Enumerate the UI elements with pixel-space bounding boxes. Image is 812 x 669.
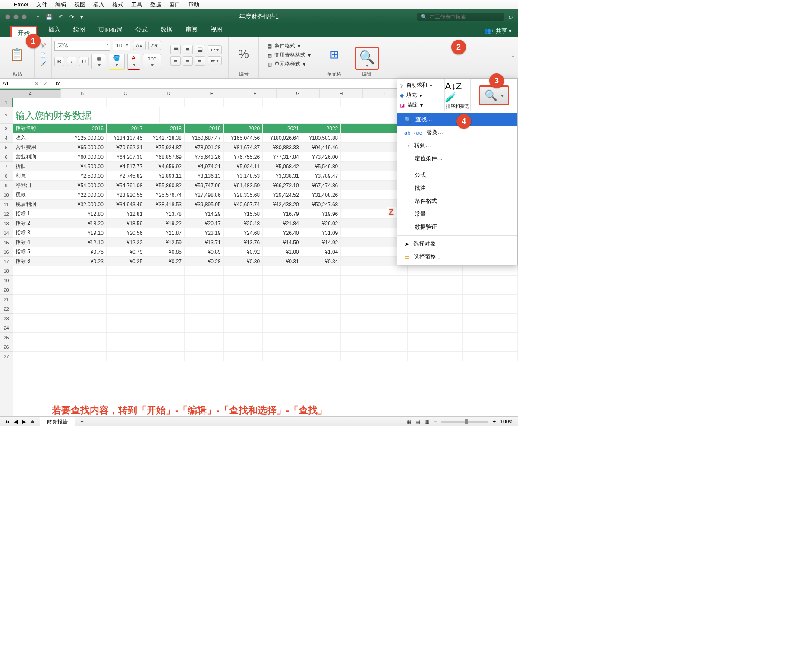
cell[interactable]: ¥40,607.74 (224, 200, 263, 209)
cell[interactable] (490, 304, 518, 313)
col-header[interactable]: B (61, 89, 104, 98)
cell[interactable] (490, 352, 518, 361)
cell[interactable]: ¥13.78 (145, 209, 185, 218)
menu-data[interactable]: 数据 (150, 1, 161, 9)
cell[interactable]: 税款 (13, 190, 67, 199)
cell[interactable] (490, 342, 518, 351)
cell[interactable] (380, 314, 408, 323)
cell[interactable] (185, 352, 224, 361)
cancel-fx-icon[interactable]: ✕ (35, 81, 39, 87)
menu-constants[interactable]: 常量 (397, 208, 517, 221)
cell[interactable]: 2020 (224, 124, 263, 133)
cell[interactable]: ¥142,728.38 (145, 133, 185, 142)
user-icon[interactable]: ☺ (508, 14, 513, 20)
cell[interactable] (107, 342, 146, 351)
cell[interactable]: 2021 (263, 124, 302, 133)
bold-button[interactable]: B (54, 57, 64, 66)
cell[interactable]: 指标 3 (13, 228, 67, 237)
align-left-icon[interactable]: ≡ (170, 56, 181, 66)
cell[interactable] (341, 181, 380, 190)
cell[interactable] (185, 323, 224, 332)
cell[interactable] (341, 333, 380, 342)
cell[interactable]: ¥14.92 (302, 238, 341, 247)
cell[interactable] (341, 304, 380, 313)
increase-font-icon[interactable]: A▴ (133, 41, 146, 50)
app-name[interactable]: Excel (14, 1, 28, 8)
cell[interactable] (435, 323, 463, 332)
cell[interactable] (408, 295, 435, 304)
cell[interactable]: ¥54,761.08 (107, 181, 146, 190)
cell[interactable] (408, 342, 435, 351)
cell[interactable] (145, 323, 185, 332)
cell[interactable] (341, 200, 380, 209)
cell[interactable]: ¥0.75 (67, 247, 107, 256)
cell[interactable]: ¥81,674.37 (224, 143, 263, 152)
cell[interactable]: ¥14.59 (263, 238, 302, 247)
cell[interactable] (107, 266, 146, 275)
cell[interactable] (67, 98, 107, 107)
cell[interactable]: ¥59,747.96 (185, 181, 224, 190)
cell[interactable] (67, 333, 107, 342)
font-size-select[interactable]: 10 (113, 41, 130, 50)
menu-insert[interactable]: 插入 (93, 1, 104, 9)
sheet-nav-first-icon[interactable]: ⏮ (4, 419, 9, 425)
row-header[interactable]: 9 (0, 181, 13, 190)
cell[interactable]: ¥12.22 (107, 238, 146, 247)
enter-fx-icon[interactable]: ✓ (43, 81, 47, 87)
cell[interactable] (302, 276, 341, 285)
cell[interactable]: ¥5,068.42 (263, 162, 302, 171)
cell[interactable]: ¥32,000.00 (67, 200, 107, 209)
cell[interactable]: ¥25,576.74 (145, 190, 185, 199)
cell[interactable] (490, 314, 518, 323)
cell[interactable]: ¥150,687.47 (185, 133, 224, 142)
cell[interactable] (224, 352, 263, 361)
cell[interactable]: ¥23.19 (185, 228, 224, 237)
cell[interactable]: ¥0.85 (145, 247, 185, 256)
cell[interactable] (224, 285, 263, 294)
cell[interactable] (408, 352, 435, 361)
cell[interactable] (408, 266, 435, 275)
cell[interactable] (13, 276, 67, 285)
menu-edit[interactable]: 编辑 (55, 1, 66, 9)
row-header[interactable]: 20 (0, 285, 13, 295)
menu-replace[interactable]: ab→ac替换… (397, 126, 517, 139)
cell[interactable] (463, 295, 490, 304)
cell[interactable]: ¥18.59 (107, 219, 146, 228)
cell[interactable] (185, 314, 224, 323)
cell[interactable]: ¥2,500.00 (67, 171, 107, 180)
cell[interactable]: ¥5,024.11 (224, 162, 263, 171)
ribbon-collapse-icon[interactable]: ⌃ (510, 54, 515, 61)
menu-select-pane[interactable]: ▭选择窗格… (397, 250, 517, 263)
cell[interactable]: ¥42,438.20 (263, 200, 302, 209)
cell[interactable] (13, 266, 67, 275)
cell[interactable] (13, 285, 67, 294)
cell[interactable] (107, 295, 146, 304)
cell[interactable]: ¥0.28 (185, 257, 224, 266)
clear-button[interactable]: ◪清除 ▾ (400, 101, 442, 109)
menu-window[interactable]: 窗口 (169, 1, 180, 9)
cell[interactable] (67, 276, 107, 285)
cell[interactable]: 2022 (302, 124, 341, 133)
sort-filter-icon[interactable]: A↓Z 🧪 (445, 81, 470, 103)
cell[interactable] (302, 266, 341, 275)
cell[interactable] (224, 333, 263, 342)
cell[interactable] (341, 124, 380, 133)
row-header[interactable]: 17 (0, 257, 13, 266)
cell[interactable] (263, 285, 302, 294)
cell[interactable]: 指标 4 (13, 238, 67, 247)
cell[interactable] (435, 333, 463, 342)
cell[interactable] (145, 295, 185, 304)
cell[interactable] (224, 314, 263, 323)
menu-goto-special[interactable]: 定位条件… (397, 152, 517, 165)
row-headers[interactable]: 1234567891011121314151617181920212223242… (0, 98, 13, 425)
fullscreen-icon[interactable] (22, 14, 27, 19)
cell[interactable] (263, 352, 302, 361)
cell[interactable]: ¥16.79 (263, 209, 302, 218)
cell[interactable]: ¥0.27 (145, 257, 185, 266)
cell[interactable] (145, 314, 185, 323)
traffic-lights[interactable] (0, 14, 32, 19)
cell[interactable]: ¥13.76 (224, 238, 263, 247)
cell[interactable] (341, 190, 380, 199)
cell[interactable] (408, 276, 435, 285)
cell[interactable]: ¥55,860.82 (145, 181, 185, 190)
